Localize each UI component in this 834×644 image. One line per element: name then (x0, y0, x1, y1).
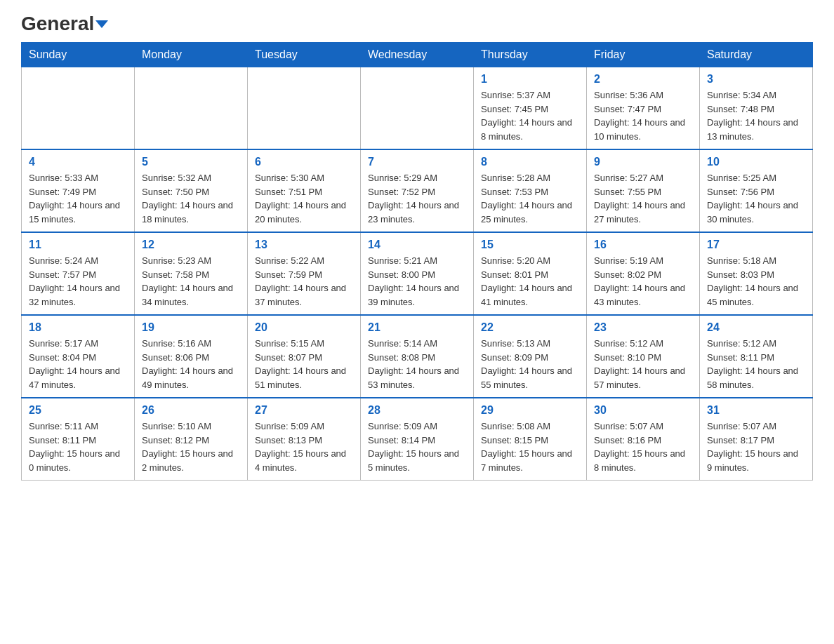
day-number: 24 (707, 321, 805, 334)
day-info: Sunrise: 5:15 AMSunset: 8:07 PMDaylight:… (255, 337, 353, 391)
day-number: 6 (255, 156, 353, 168)
day-number: 3 (707, 73, 805, 86)
day-info: Sunrise: 5:17 AMSunset: 8:04 PMDaylight:… (29, 337, 127, 391)
calendar-cell: 6Sunrise: 5:30 AMSunset: 7:51 PMDaylight… (248, 149, 361, 232)
day-info: Sunrise: 5:33 AMSunset: 7:49 PMDaylight:… (29, 171, 127, 226)
calendar-cell: 20Sunrise: 5:15 AMSunset: 8:07 PMDayligh… (248, 315, 361, 398)
day-number: 28 (368, 404, 466, 417)
day-info: Sunrise: 5:09 AMSunset: 8:14 PMDaylight:… (368, 420, 466, 474)
week-row-3: 11Sunrise: 5:24 AMSunset: 7:57 PMDayligh… (22, 232, 813, 315)
day-info: Sunrise: 5:14 AMSunset: 8:08 PMDaylight:… (368, 337, 466, 391)
day-number: 5 (142, 156, 240, 168)
day-info: Sunrise: 5:28 AMSunset: 7:53 PMDaylight:… (481, 171, 579, 226)
calendar-cell: 10Sunrise: 5:25 AMSunset: 7:56 PMDayligh… (700, 149, 813, 232)
calendar-cell (22, 67, 135, 150)
day-number: 30 (594, 404, 692, 417)
calendar-cell: 30Sunrise: 5:07 AMSunset: 8:16 PMDayligh… (587, 398, 700, 481)
day-number: 8 (481, 156, 579, 168)
day-number: 23 (594, 321, 692, 334)
weekday-header-saturday: Saturday (700, 43, 813, 67)
weekday-header-row: SundayMondayTuesdayWednesdayThursdayFrid… (22, 43, 813, 67)
calendar-cell: 24Sunrise: 5:12 AMSunset: 8:11 PMDayligh… (700, 315, 813, 398)
day-info: Sunrise: 5:19 AMSunset: 8:02 PMDaylight:… (594, 254, 692, 309)
page-header: General (21, 14, 813, 35)
day-number: 10 (707, 156, 805, 168)
day-info: Sunrise: 5:37 AMSunset: 7:45 PMDaylight:… (481, 88, 579, 143)
day-number: 25 (29, 404, 127, 417)
calendar-cell: 27Sunrise: 5:09 AMSunset: 8:13 PMDayligh… (248, 398, 361, 481)
calendar-cell: 2Sunrise: 5:36 AMSunset: 7:47 PMDaylight… (587, 67, 700, 150)
day-number: 4 (29, 156, 127, 168)
calendar-cell: 9Sunrise: 5:27 AMSunset: 7:55 PMDaylight… (587, 149, 700, 232)
day-info: Sunrise: 5:23 AMSunset: 7:58 PMDaylight:… (142, 254, 240, 309)
day-info: Sunrise: 5:11 AMSunset: 8:11 PMDaylight:… (29, 420, 127, 474)
calendar-cell: 22Sunrise: 5:13 AMSunset: 8:09 PMDayligh… (474, 315, 587, 398)
calendar-cell (135, 67, 248, 150)
day-info: Sunrise: 5:27 AMSunset: 7:55 PMDaylight:… (594, 171, 692, 226)
day-info: Sunrise: 5:36 AMSunset: 7:47 PMDaylight:… (594, 88, 692, 143)
weekday-header-friday: Friday (587, 43, 700, 67)
calendar-cell: 3Sunrise: 5:34 AMSunset: 7:48 PMDaylight… (700, 67, 813, 150)
day-number: 20 (255, 321, 353, 334)
day-number: 11 (29, 239, 127, 251)
day-info: Sunrise: 5:34 AMSunset: 7:48 PMDaylight:… (707, 88, 805, 143)
day-info: Sunrise: 5:07 AMSunset: 8:17 PMDaylight:… (707, 420, 805, 474)
calendar-table: SundayMondayTuesdayWednesdayThursdayFrid… (21, 42, 813, 481)
week-row-2: 4Sunrise: 5:33 AMSunset: 7:49 PMDaylight… (22, 149, 813, 232)
calendar-cell: 31Sunrise: 5:07 AMSunset: 8:17 PMDayligh… (700, 398, 813, 481)
day-info: Sunrise: 5:22 AMSunset: 7:59 PMDaylight:… (255, 254, 353, 309)
day-info: Sunrise: 5:13 AMSunset: 8:09 PMDaylight:… (481, 337, 579, 391)
weekday-header-tuesday: Tuesday (248, 43, 361, 67)
calendar-cell: 28Sunrise: 5:09 AMSunset: 8:14 PMDayligh… (361, 398, 474, 481)
week-row-1: 1Sunrise: 5:37 AMSunset: 7:45 PMDaylight… (22, 67, 813, 150)
calendar-cell: 8Sunrise: 5:28 AMSunset: 7:53 PMDaylight… (474, 149, 587, 232)
calendar-cell: 29Sunrise: 5:08 AMSunset: 8:15 PMDayligh… (474, 398, 587, 481)
calendar-cell: 7Sunrise: 5:29 AMSunset: 7:52 PMDaylight… (361, 149, 474, 232)
calendar-cell: 4Sunrise: 5:33 AMSunset: 7:49 PMDaylight… (22, 149, 135, 232)
day-number: 17 (707, 239, 805, 251)
calendar-cell: 21Sunrise: 5:14 AMSunset: 8:08 PMDayligh… (361, 315, 474, 398)
weekday-header-sunday: Sunday (22, 43, 135, 67)
day-info: Sunrise: 5:18 AMSunset: 8:03 PMDaylight:… (707, 254, 805, 309)
weekday-header-monday: Monday (135, 43, 248, 67)
calendar-cell (248, 67, 361, 150)
weekday-header-thursday: Thursday (474, 43, 587, 67)
calendar-cell: 1Sunrise: 5:37 AMSunset: 7:45 PMDaylight… (474, 67, 587, 150)
day-number: 1 (481, 73, 579, 86)
day-info: Sunrise: 5:08 AMSunset: 8:15 PMDaylight:… (481, 420, 579, 474)
calendar-cell: 23Sunrise: 5:12 AMSunset: 8:10 PMDayligh… (587, 315, 700, 398)
calendar-cell: 12Sunrise: 5:23 AMSunset: 7:58 PMDayligh… (135, 232, 248, 315)
calendar-cell (361, 67, 474, 150)
day-number: 18 (29, 321, 127, 334)
day-number: 19 (142, 321, 240, 334)
day-number: 12 (142, 239, 240, 251)
weekday-header-wednesday: Wednesday (361, 43, 474, 67)
logo-name: General (21, 14, 108, 34)
day-number: 31 (707, 404, 805, 417)
day-number: 21 (368, 321, 466, 334)
day-info: Sunrise: 5:10 AMSunset: 8:12 PMDaylight:… (142, 420, 240, 474)
calendar-cell: 13Sunrise: 5:22 AMSunset: 7:59 PMDayligh… (248, 232, 361, 315)
calendar-cell: 18Sunrise: 5:17 AMSunset: 8:04 PMDayligh… (22, 315, 135, 398)
week-row-5: 25Sunrise: 5:11 AMSunset: 8:11 PMDayligh… (22, 398, 813, 481)
day-info: Sunrise: 5:20 AMSunset: 8:01 PMDaylight:… (481, 254, 579, 309)
day-info: Sunrise: 5:09 AMSunset: 8:13 PMDaylight:… (255, 420, 353, 474)
day-number: 2 (594, 73, 692, 86)
day-info: Sunrise: 5:29 AMSunset: 7:52 PMDaylight:… (368, 171, 466, 226)
logo: General (21, 14, 108, 35)
calendar-cell: 16Sunrise: 5:19 AMSunset: 8:02 PMDayligh… (587, 232, 700, 315)
logo-arrow-icon (95, 20, 108, 28)
day-number: 29 (481, 404, 579, 417)
calendar-cell: 17Sunrise: 5:18 AMSunset: 8:03 PMDayligh… (700, 232, 813, 315)
day-info: Sunrise: 5:12 AMSunset: 8:10 PMDaylight:… (594, 337, 692, 391)
day-number: 7 (368, 156, 466, 168)
day-number: 16 (594, 239, 692, 251)
calendar-cell: 15Sunrise: 5:20 AMSunset: 8:01 PMDayligh… (474, 232, 587, 315)
calendar-cell: 5Sunrise: 5:32 AMSunset: 7:50 PMDaylight… (135, 149, 248, 232)
day-info: Sunrise: 5:24 AMSunset: 7:57 PMDaylight:… (29, 254, 127, 309)
day-info: Sunrise: 5:32 AMSunset: 7:50 PMDaylight:… (142, 171, 240, 226)
day-number: 15 (481, 239, 579, 251)
day-number: 27 (255, 404, 353, 417)
week-row-4: 18Sunrise: 5:17 AMSunset: 8:04 PMDayligh… (22, 315, 813, 398)
day-number: 14 (368, 239, 466, 251)
